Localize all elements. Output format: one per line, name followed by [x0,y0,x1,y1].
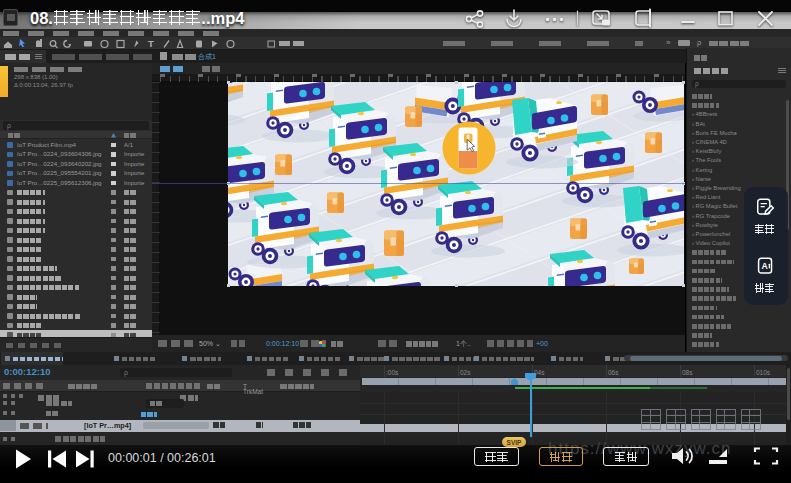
svg-text:T: T [148,38,154,49]
svg-text:A: A [762,261,768,271]
